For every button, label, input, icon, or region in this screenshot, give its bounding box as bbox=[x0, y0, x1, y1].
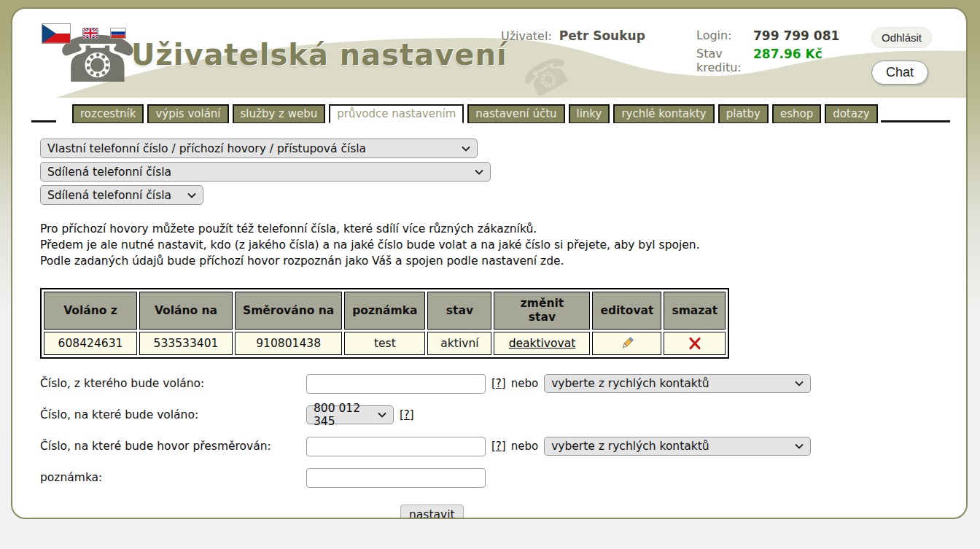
from-help: [?] bbox=[491, 377, 506, 390]
login-credit-info: Login: 799 799 081 Stav kreditu: 287.96 … bbox=[696, 28, 839, 74]
tab-vypis-volani[interactable]: výpis volání bbox=[147, 104, 228, 123]
content-area: Vlastní telefonní číslo / příchozí hovor… bbox=[12, 122, 966, 519]
cell-routed-to: 910801438 bbox=[235, 332, 342, 355]
table-header-row: Voláno z Voláno na Směrováno na poznámka… bbox=[44, 292, 726, 330]
chevron-down-icon bbox=[795, 443, 804, 449]
login-label: Login: bbox=[696, 28, 743, 43]
edit-button[interactable] bbox=[619, 335, 635, 351]
header-called-to: Voláno na bbox=[139, 292, 233, 330]
to-number-select[interactable]: 800 012 345 bbox=[306, 405, 394, 424]
or-label: nebo bbox=[511, 440, 538, 453]
to-label: Číslo, na které bude voláno: bbox=[40, 408, 306, 421]
note-label: poznámka: bbox=[40, 471, 306, 484]
credit-value: 287.96 Kč bbox=[753, 47, 839, 74]
to-help: [?] bbox=[400, 408, 414, 421]
russian-flag-icon[interactable] bbox=[110, 28, 126, 39]
to-help-link[interactable]: ? bbox=[404, 408, 410, 421]
header-status: stav bbox=[427, 292, 491, 330]
user-info: Uživatel:Petr Soukup bbox=[501, 28, 645, 43]
note-input[interactable] bbox=[306, 468, 486, 488]
logout-button[interactable]: Odhlásit bbox=[871, 27, 932, 48]
czech-flag-icon[interactable] bbox=[42, 23, 71, 44]
cell-called-to: 533533401 bbox=[139, 332, 233, 355]
user-name: Petr Soukup bbox=[559, 28, 645, 43]
bracket: ] bbox=[502, 440, 506, 453]
intro-text: Pro příchozí hovory můžete použít též te… bbox=[40, 221, 966, 269]
main-panel: ☎ ☎ Uživatelská nastavení Uživatel:Petr … bbox=[11, 7, 968, 519]
intro-line-2: Předem je ale nutné nastavit, kdo (z jak… bbox=[40, 237, 966, 253]
form-row-note: poznámka: bbox=[40, 467, 966, 488]
from-quick-contacts-select[interactable]: vyberte z rychlých kontaktů bbox=[544, 374, 811, 393]
subsection-select-value: Sdílená telefonní čísla bbox=[47, 189, 171, 202]
cell-called-from: 608424631 bbox=[44, 332, 137, 355]
tab-bar: rozcestník výpis volání služby z webu pr… bbox=[72, 104, 878, 123]
category-select-value: Vlastní telefonní číslo / příchozí hovor… bbox=[47, 142, 366, 155]
english-flag-icon[interactable] bbox=[82, 28, 98, 39]
page-title: Uživatelská nastavení bbox=[131, 38, 508, 71]
redirect-help-link[interactable]: ? bbox=[496, 440, 502, 453]
cell-note: test bbox=[344, 332, 425, 355]
from-help-link[interactable]: ? bbox=[496, 377, 502, 390]
redirect-label: Číslo, na které bude hovor přesměrován: bbox=[40, 440, 306, 453]
cell-status: aktivní bbox=[427, 332, 491, 355]
form-row-redirect: Číslo, na které bude hovor přesměrován: … bbox=[40, 436, 966, 456]
table-row: 608424631 533533401 910801438 test aktiv… bbox=[44, 332, 726, 355]
header-note: poznámka bbox=[344, 292, 425, 330]
intro-line-1: Pro příchozí hovory můžete použít též te… bbox=[40, 221, 966, 237]
form-row-to: Číslo, na které bude voláno: 800 012 345… bbox=[40, 405, 966, 425]
category-select[interactable]: Vlastní telefonní číslo / příchozí hovor… bbox=[40, 139, 478, 158]
redirect-number-input[interactable] bbox=[306, 437, 486, 456]
nav-underline-right bbox=[881, 120, 950, 122]
redirect-help: [?] bbox=[491, 440, 506, 453]
quick-contacts-value: vyberte z rychlých kontaktů bbox=[551, 377, 709, 390]
tab-platby[interactable]: platby bbox=[718, 104, 769, 123]
delete-button[interactable] bbox=[688, 336, 702, 351]
form-row-from: Číslo, z kterého bude voláno: [?] nebo v… bbox=[40, 373, 966, 394]
tab-linky[interactable]: linky bbox=[569, 104, 610, 123]
main-navigation: rozcestník výpis volání služby z webu pr… bbox=[12, 102, 966, 122]
red-x-icon bbox=[688, 336, 702, 351]
user-label: Uživatel: bbox=[501, 29, 552, 43]
header-called-from: Voláno z bbox=[44, 292, 137, 330]
tab-rozcestnik[interactable]: rozcestník bbox=[72, 104, 144, 123]
language-switcher bbox=[42, 23, 126, 44]
submit-button[interactable]: nastavit bbox=[400, 505, 464, 519]
subsection-select[interactable]: Sdílená telefonní čísla bbox=[40, 185, 203, 205]
chevron-down-icon bbox=[475, 169, 483, 175]
tab-sluzby-z-webu[interactable]: služby z webu bbox=[233, 104, 326, 123]
bracket: ] bbox=[502, 377, 506, 390]
intro-line-3: Podle zadaných údajů bude příchozí hovor… bbox=[40, 253, 966, 269]
or-label: nebo bbox=[511, 377, 538, 390]
quick-contacts-value: vyberte z rychlých kontaktů bbox=[551, 440, 709, 453]
chevron-down-icon bbox=[462, 146, 470, 152]
section-select-value: Sdílená telefonní čísla bbox=[47, 166, 171, 179]
chevron-down-icon bbox=[795, 381, 804, 386]
header-change-status: změnit stav bbox=[494, 292, 590, 330]
tab-dotazy[interactable]: dotazy bbox=[825, 104, 878, 123]
nav-underline-left bbox=[31, 120, 56, 122]
chevron-down-icon bbox=[187, 192, 196, 198]
tab-rychle-kontakty[interactable]: rychlé kontakty bbox=[613, 104, 714, 123]
credit-label: Stav kreditu: bbox=[696, 47, 743, 74]
page-header: ☎ ☎ Uživatelská nastavení Uživatel:Petr … bbox=[12, 9, 966, 98]
tab-pruvodce-nastavenim[interactable]: průvodce nastavením bbox=[329, 104, 464, 123]
tab-eshop[interactable]: eshop bbox=[772, 104, 821, 123]
from-label: Číslo, z kterého bude voláno: bbox=[40, 377, 306, 390]
from-number-input[interactable] bbox=[306, 374, 486, 394]
header-routed-to: Směrováno na bbox=[235, 292, 342, 330]
to-number-value: 800 012 345 bbox=[314, 402, 370, 428]
login-value: 799 799 081 bbox=[753, 28, 839, 43]
route-form: Číslo, z kterého bude voláno: [?] nebo v… bbox=[40, 373, 966, 519]
bracket: ] bbox=[410, 408, 414, 421]
tab-nastaveni-uctu[interactable]: nastavení účtu bbox=[467, 104, 564, 123]
deactivate-link[interactable]: deaktivovat bbox=[509, 337, 576, 350]
shared-numbers-table: Voláno z Voláno na Směrováno na poznámka… bbox=[40, 288, 729, 359]
pencil-icon bbox=[619, 335, 635, 351]
chevron-down-icon bbox=[378, 412, 386, 418]
header-edit: editovat bbox=[592, 292, 661, 330]
section-select[interactable]: Sdílená telefonní čísla bbox=[40, 162, 491, 182]
chat-button[interactable]: Chat bbox=[871, 61, 928, 85]
redirect-quick-contacts-select[interactable]: vyberte z rychlých kontaktů bbox=[544, 437, 811, 456]
header-delete: smazat bbox=[664, 292, 726, 330]
